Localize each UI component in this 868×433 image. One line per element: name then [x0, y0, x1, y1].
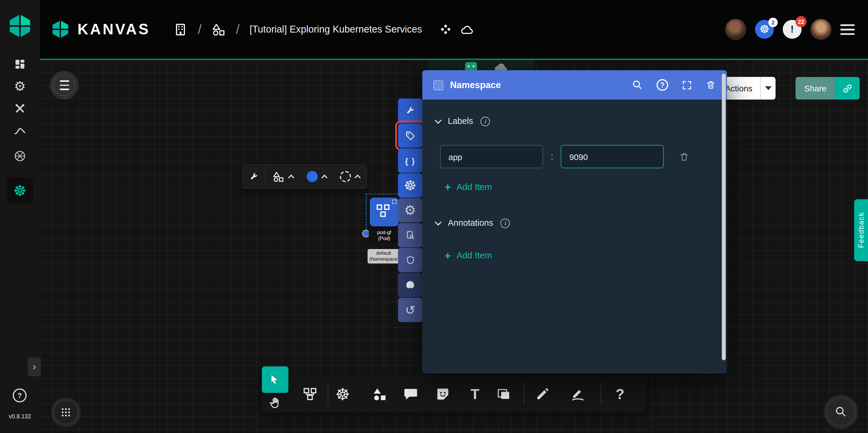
sidebar-item-toolbox[interactable]: [8, 97, 32, 119]
organization-button[interactable]: [174, 22, 188, 37]
node-expand-icon[interactable]: [391, 198, 397, 205]
kubernetes-context-button[interactable]: ☸ 2: [755, 20, 774, 39]
help-tool[interactable]: ?: [610, 384, 630, 404]
feedback-tab[interactable]: Feedback: [854, 199, 868, 261]
comment-tool[interactable]: [401, 384, 421, 404]
link-icon: [842, 83, 853, 94]
node-context-toolbar: { } ☸ ⚙ ↺: [398, 98, 423, 322]
labels-section-header[interactable]: Labels i: [436, 116, 709, 126]
canvas-menu-button[interactable]: [54, 75, 75, 96]
braces-icon: { }: [405, 156, 415, 165]
comment-icon: [403, 386, 418, 402]
chevron-down-icon: [765, 86, 772, 90]
collaborator-avatar[interactable]: [725, 19, 746, 40]
config-panel-body: Labels i : + Add Item Annotations i: [422, 100, 727, 261]
settings-button[interactable]: ⚙: [398, 198, 423, 222]
style-toolbar: [242, 164, 367, 189]
color-swatch: [307, 171, 318, 182]
fullscreen-button[interactable]: [681, 80, 692, 91]
pod-node[interactable]: [370, 198, 399, 226]
sidebar-item-meshery[interactable]: [8, 145, 32, 167]
delete-button[interactable]: [706, 80, 716, 90]
sidebar-expand-button[interactable]: ›: [28, 358, 41, 376]
label-value-input[interactable]: [561, 145, 664, 168]
node-label: pod-gf(Pod): [369, 228, 400, 243]
annotations-section-title: Annotations: [448, 218, 493, 228]
sticker-tool[interactable]: [433, 384, 453, 404]
add-item-label: Add Item: [456, 251, 492, 261]
info-icon: i: [500, 218, 510, 228]
main-menu-button[interactable]: [840, 24, 855, 35]
user-avatar[interactable]: [810, 19, 831, 40]
delete-label-button[interactable]: [680, 151, 689, 162]
notes-tool[interactable]: [494, 384, 514, 404]
trash-icon: [706, 80, 716, 90]
plus-icon: +: [444, 250, 451, 261]
share-button[interactable]: Share: [796, 77, 835, 100]
add-annotation-button[interactable]: + Add Item: [444, 250, 709, 261]
configure-button[interactable]: [398, 98, 423, 123]
shapes-icon: [272, 171, 285, 183]
pan-tool[interactable]: [268, 396, 282, 411]
kubernetes-button[interactable]: ☸: [398, 173, 423, 198]
notifications-button[interactable]: ! 22: [783, 20, 802, 39]
brand-wordmark: KANVAS: [78, 21, 150, 38]
copy-link-button[interactable]: [835, 77, 860, 100]
kubernetes-tool[interactable]: ☸: [333, 384, 353, 404]
save-status-button[interactable]: [460, 23, 475, 35]
annotations-section-header[interactable]: Annotations i: [436, 218, 709, 228]
kubernetes-badge: 2: [768, 18, 778, 27]
grid-toggle-button[interactable]: [54, 401, 78, 424]
gear-icon: ⚙: [404, 203, 416, 218]
pencil-icon: [535, 386, 550, 402]
inspect-button[interactable]: [398, 223, 423, 248]
divider: [328, 383, 328, 405]
kanvas-sidebar-logo[interactable]: [8, 13, 32, 38]
draw-tool[interactable]: [568, 384, 588, 404]
shapes-tool[interactable]: [370, 384, 390, 404]
dots-grid-icon: [60, 407, 71, 418]
sidebar-help-button[interactable]: ?: [13, 389, 27, 402]
chevron-up-icon: [321, 174, 328, 180]
policy-button[interactable]: [398, 248, 423, 272]
flowchart-tool[interactable]: [300, 384, 320, 404]
github-icon: [405, 279, 416, 290]
style-tools-button[interactable]: [243, 165, 265, 188]
node-port-handle[interactable]: [363, 231, 369, 237]
chevron-up-icon: [354, 174, 361, 180]
chevron-up-icon: [288, 174, 294, 180]
history-button[interactable]: ↺: [398, 298, 423, 322]
edit-tool[interactable]: [533, 384, 553, 404]
shape-style-dropdown[interactable]: [266, 165, 300, 188]
designs-button[interactable]: [212, 22, 226, 36]
sidebar-item-lifecycle[interactable]: ⚙: [8, 75, 32, 97]
visibility-button[interactable]: [440, 23, 452, 35]
hand-icon: [269, 397, 282, 410]
search-button[interactable]: [632, 79, 643, 91]
add-label-button[interactable]: + Add Item: [444, 182, 709, 193]
design-title[interactable]: [Tutorial] Exploring Kubernetes Services: [249, 24, 422, 35]
config-panel-header[interactable]: Namespace ?: [422, 70, 727, 99]
label-key-input[interactable]: [440, 145, 543, 168]
sidebar-item-dashboard[interactable]: [8, 53, 32, 75]
sidebar-item-kubernetes-context[interactable]: ☸: [7, 177, 33, 204]
document-search-icon: [405, 230, 415, 240]
panel-scrollbar[interactable]: [722, 73, 726, 360]
text-tool[interactable]: T: [465, 384, 485, 404]
share-button-group: Share: [796, 77, 860, 100]
fill-color-dropdown[interactable]: [300, 165, 333, 188]
help-button[interactable]: ?: [656, 79, 668, 91]
search-icon: [632, 79, 643, 91]
sidebar-item-connections[interactable]: [8, 119, 32, 142]
actions-caret-button[interactable]: [760, 77, 776, 100]
border-style-dropdown[interactable]: [333, 165, 367, 188]
zoom-button[interactable]: [827, 398, 855, 426]
select-tool[interactable]: [262, 366, 288, 393]
shield-icon: [405, 255, 415, 265]
labels-button[interactable]: [398, 123, 423, 148]
tag-icon: [405, 130, 415, 141]
cursor-icon: [269, 374, 281, 386]
github-button[interactable]: [398, 273, 423, 298]
namespace-shape-icon: [433, 80, 443, 90]
json-config-button[interactable]: { }: [398, 148, 423, 173]
